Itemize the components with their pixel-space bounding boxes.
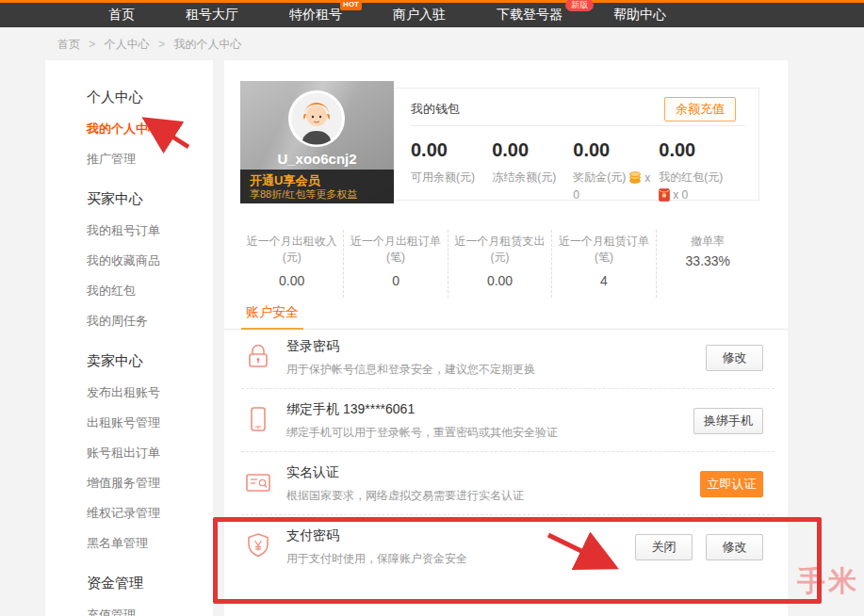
close-pay-password-button[interactable]: 关闭 bbox=[635, 534, 693, 560]
nav-item-help[interactable]: 帮助中心 bbox=[588, 7, 692, 24]
sidebar-item-value-services[interactable]: 增值服务管理 bbox=[87, 475, 213, 492]
security-title: 实名认证 bbox=[286, 464, 524, 481]
security-row-real-name: 实名认证 根据国家要求，网络虚拟交易需要进行实名认证 立即认证 bbox=[241, 452, 774, 515]
phone-icon bbox=[243, 404, 273, 434]
avatar bbox=[287, 89, 346, 148]
nav-item-merchant[interactable]: 商户入驻 bbox=[367, 7, 471, 24]
breadcrumb-separator: > bbox=[89, 38, 95, 51]
sidebar-section-seller: 卖家中心 bbox=[87, 352, 213, 370]
frozen-label: 冻结余额(元) bbox=[492, 170, 556, 186]
vip-banner[interactable]: 开通U享会员 享88折/红包等更多权益 bbox=[240, 170, 394, 203]
tab-account-security[interactable]: 账户安全 bbox=[241, 298, 303, 330]
stat-rental-income: 近一个月出租收入(元) 0.00 bbox=[240, 230, 344, 298]
security-title: 支付密码 bbox=[286, 527, 467, 544]
shield-yen-icon bbox=[243, 530, 273, 560]
balance-label: 可用余额(元) bbox=[411, 170, 475, 186]
reward-label: 奖励金(元) bbox=[573, 170, 626, 186]
wallet-reward: 0.00 奖励金(元) x 0 bbox=[573, 139, 659, 202]
frozen-value: 0.00 bbox=[492, 139, 573, 161]
wallet-frozen-balance: 0.00 冻结余额(元) bbox=[492, 139, 573, 202]
sidebar-item-my-personal-center[interactable]: 我的个人中心 bbox=[87, 121, 213, 138]
security-title: 登录密码 bbox=[286, 338, 535, 355]
security-row-login-password: 登录密码 用于保护帐号信息和登录安全，建议您不定期更换 修改 bbox=[241, 326, 774, 389]
wallet-title: 我的钱包 bbox=[411, 101, 460, 118]
recharge-button[interactable]: 余额充值 bbox=[664, 97, 736, 122]
stat-lease-orders: 近一个月租赁订单(笔) 4 bbox=[552, 230, 656, 298]
rebind-phone-button[interactable]: 换绑手机 bbox=[693, 408, 763, 434]
security-desc: 根据国家要求，网络虚拟交易需要进行实名认证 bbox=[286, 488, 524, 504]
reward-count: 0 bbox=[573, 188, 579, 202]
sidebar-item-rights-records[interactable]: 维权记录管理 bbox=[87, 505, 213, 522]
reward-multiplier: x bbox=[644, 171, 650, 185]
lock-icon bbox=[243, 341, 273, 371]
id-card-icon bbox=[243, 467, 273, 497]
sidebar-section-personal: 个人中心 bbox=[87, 89, 213, 106]
breadcrumb: 首页 > 个人中心 > 我的个人中心 bbox=[57, 37, 241, 53]
balance-value: 0.00 bbox=[411, 139, 492, 161]
sidebar-item-weekly-tasks[interactable]: 我的周任务 bbox=[87, 313, 213, 330]
hot-badge: HOT bbox=[340, 0, 362, 10]
sidebar-section-buyer: 买家中心 bbox=[87, 190, 213, 208]
red-packet-icon bbox=[659, 188, 670, 202]
red-packet-label: 我的红包(元) bbox=[659, 170, 723, 186]
wallet-available-balance: 0.00 可用余额(元) bbox=[411, 139, 492, 202]
sidebar-item-publish-account[interactable]: 发布出租账号 bbox=[87, 384, 213, 401]
top-nav: 首页 租号大厅 特价租号HOT 商户入驻 下载登号器新版 帮助中心 bbox=[0, 3, 864, 27]
nav-label: 帮助中心 bbox=[613, 7, 666, 22]
nav-label: 特价租号 bbox=[289, 7, 342, 22]
nav-item-home[interactable]: 首页 bbox=[83, 7, 160, 24]
watermark: 手米 bbox=[797, 562, 859, 601]
security-row-bind-phone: 绑定手机 139****6061 绑定手机可以用于登录帐号，重置密码或其他安全验… bbox=[241, 389, 774, 452]
divider bbox=[411, 125, 745, 126]
sidebar-item-account-manage[interactable]: 出租账号管理 bbox=[87, 414, 213, 431]
nav-label: 首页 bbox=[108, 7, 135, 22]
sidebar-item-recharge-manage[interactable]: 充值管理 bbox=[87, 607, 213, 616]
page: 首页 租号大厅 特价租号HOT 商户入驻 下载登号器新版 帮助中心 首页 > 个… bbox=[0, 0, 864, 616]
sidebar-item-blacklist[interactable]: 黑名单管理 bbox=[87, 535, 213, 552]
wallet-red-packet: 0.00 我的红包(元) x 0 bbox=[659, 139, 749, 202]
security-list: 登录密码 用于保护帐号信息和登录安全，建议您不定期更换 修改 绑定手机 139* bbox=[224, 326, 788, 578]
stat-cancel-rate: 撤单率 33.33% bbox=[657, 230, 759, 298]
sidebar-item-favorites[interactable]: 我的收藏商品 bbox=[87, 252, 213, 269]
nav-item-rental-hall[interactable]: 租号大厅 bbox=[160, 7, 264, 24]
sidebar-item-rented-orders[interactable]: 账号租出订单 bbox=[87, 445, 213, 462]
security-desc: 用于支付时使用，保障账户资金安全 bbox=[286, 551, 467, 567]
vip-subtitle: 享88折/红包等更多权益 bbox=[250, 187, 394, 201]
coins-icon bbox=[628, 171, 642, 184]
nav-item-special-price[interactable]: 特价租号HOT bbox=[264, 7, 367, 24]
sidebar-item-red-packets[interactable]: 我的红包 bbox=[87, 283, 213, 300]
security-desc: 绑定手机可以用于登录帐号，重置密码或其他安全验证 bbox=[286, 425, 558, 441]
nav-label: 租号大厅 bbox=[186, 7, 238, 22]
monthly-stats: 近一个月出租收入(元) 0.00 近一个月出租订单(笔) 0 近一个月租赁支出(… bbox=[240, 230, 759, 298]
nav-item-download[interactable]: 下载登号器新版 bbox=[471, 7, 588, 24]
sidebar-item-rental-orders[interactable]: 我的租号订单 bbox=[87, 222, 213, 239]
nav-label: 商户入驻 bbox=[393, 7, 446, 22]
modify-pay-password-button[interactable]: 修改 bbox=[706, 534, 763, 560]
profile-card: U_xoo6cnj2 开通U享会员 享88折/红包等更多权益 bbox=[240, 81, 394, 203]
sidebar-section-funds: 资金管理 bbox=[87, 575, 213, 592]
main-panel: 我的钱包 余额充值 0.00 可用余额(元) 0.00 冻结余额(元) 0.00… bbox=[224, 60, 788, 616]
username: U_xoo6cnj2 bbox=[240, 151, 394, 167]
verify-now-button[interactable]: 立即认证 bbox=[700, 471, 763, 497]
sidebar: 个人中心 我的个人中心 推广管理 买家中心 我的租号订单 我的收藏商品 我的红包… bbox=[45, 60, 213, 616]
breadcrumb-personal-center[interactable]: 个人中心 bbox=[105, 38, 150, 51]
red-packet-value: 0.00 bbox=[659, 139, 749, 161]
security-title: 绑定手机 139****6061 bbox=[286, 401, 558, 418]
sidebar-item-promotion[interactable]: 推广管理 bbox=[87, 151, 213, 168]
breadcrumb-home[interactable]: 首页 bbox=[57, 38, 80, 51]
red-packet-count: x 0 bbox=[673, 188, 688, 202]
security-row-pay-password: 支付密码 用于支付时使用，保障账户资金安全 关闭 修改 bbox=[241, 515, 774, 578]
stat-lease-spending: 近一个月租赁支出(元) 0.00 bbox=[448, 230, 552, 298]
breadcrumb-current: 我的个人中心 bbox=[173, 38, 241, 51]
nav-label: 下载登号器 bbox=[497, 7, 562, 22]
security-desc: 用于保护帐号信息和登录安全，建议您不定期更换 bbox=[286, 362, 535, 378]
reward-value: 0.00 bbox=[573, 139, 659, 161]
breadcrumb-separator: > bbox=[158, 38, 165, 51]
tab-bar: 账户安全 bbox=[224, 298, 788, 330]
stat-rental-orders: 近一个月出租订单(笔) 0 bbox=[344, 230, 448, 298]
modify-login-password-button[interactable]: 修改 bbox=[706, 345, 763, 371]
vip-title: 开通U享会员 bbox=[250, 173, 394, 187]
